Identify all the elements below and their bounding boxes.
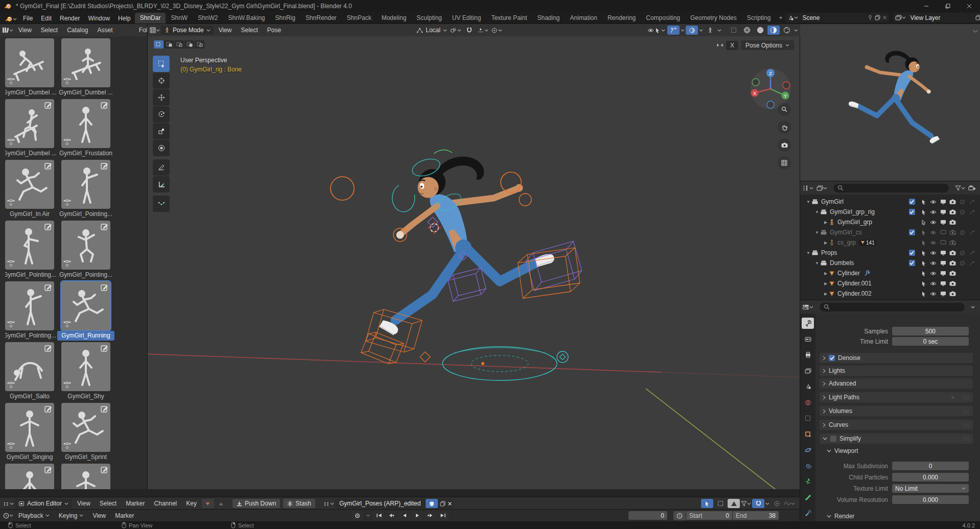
viewport-menu-pose[interactable]: Pose: [263, 27, 285, 34]
property-value-field[interactable]: No Limit: [892, 484, 969, 493]
edit-pose-icon[interactable]: [101, 162, 108, 170]
overlays-dropdown[interactable]: [699, 29, 703, 32]
asset-thumbnail[interactable]: [61, 160, 110, 209]
zoom-icon[interactable]: [778, 103, 791, 116]
action-editor-mode-dropdown[interactable]: Action Editor: [15, 499, 72, 508]
disclosure-open-icon[interactable]: ▼: [805, 251, 811, 255]
asset-item[interactable]: GymGirl_Dumbel ...: [5, 99, 54, 160]
panel-grip[interactable]: ::::: [963, 422, 970, 427]
select-mode-intersect[interactable]: [195, 40, 204, 49]
outliner-row[interactable]: ▶Cylinder: [800, 268, 980, 278]
outliner-row[interactable]: ▶Cylinder.002: [800, 288, 980, 299]
edit-pose-icon[interactable]: [44, 466, 52, 473]
asset-item[interactable]: GymGirl_Pointing...: [61, 221, 110, 281]
toggle-camera-icon[interactable]: [948, 291, 958, 296]
shading-wireframe[interactable]: [741, 26, 753, 35]
toggle-select-icon[interactable]: [919, 281, 928, 286]
properties-tab-view-layer[interactable]: [802, 365, 814, 376]
timeline-menu-marker[interactable]: Marker: [111, 512, 138, 519]
shading-rendered[interactable]: [781, 26, 793, 35]
toggle-select-outline-icon[interactable]: [919, 220, 928, 225]
collection-checkbox[interactable]: [907, 199, 917, 205]
panel-denoise[interactable]: Denoise: [820, 353, 973, 363]
outliner-row[interactable]: ▶cs_grp141: [800, 237, 980, 248]
tool-rotate[interactable]: [153, 106, 170, 123]
disclosure-closed-icon[interactable]: ▶: [823, 281, 829, 286]
toggle-camera-icon[interactable]: [948, 199, 958, 204]
xray-toggle[interactable]: [704, 26, 716, 35]
toggle-monitor-off-icon[interactable]: [938, 230, 948, 235]
asset-item[interactable]: GymGirl_Dumbel ...: [61, 38, 110, 99]
maximize-button[interactable]: [937, 0, 959, 12]
asset-thumbnail[interactable]: [5, 281, 54, 330]
import-method-dropdown[interactable]: Foll: [135, 27, 148, 34]
properties-options-dropdown[interactable]: [971, 306, 975, 308]
outliner-row[interactable]: ▼GymGirl: [800, 197, 980, 207]
snap-dropdown[interactable]: [752, 499, 764, 508]
toggle-camera-icon[interactable]: [948, 281, 958, 286]
toggle-camera-icon[interactable]: [948, 250, 958, 255]
property-value-field[interactable]: 0: [892, 462, 969, 470]
asset-thumbnail[interactable]: [61, 221, 110, 270]
toggle-eye-icon[interactable]: [928, 220, 938, 225]
toggle-indirect-icon[interactable]: [967, 209, 977, 215]
toggle-indirect-icon[interactable]: [967, 260, 977, 266]
pin-icon[interactable]: [868, 15, 873, 20]
panel-lights[interactable]: Lights: [820, 366, 973, 376]
disclosure-closed-icon[interactable]: ▶: [823, 271, 829, 276]
properties-tab-constraints[interactable]: [802, 460, 814, 471]
asset-thumbnail[interactable]: [61, 38, 110, 87]
outliner-row[interactable]: ▶GymGirl_grp: [800, 217, 980, 227]
timeline-editor-icon[interactable]: [3, 513, 13, 519]
outliner-row[interactable]: ▼Dumbels: [800, 258, 980, 268]
disclosure-open-icon[interactable]: ▼: [814, 210, 820, 214]
camera-view-icon[interactable]: [778, 138, 791, 152]
toggle-select-icon[interactable]: [919, 199, 928, 205]
viewport-canvas[interactable]: ZXY User Perspective (0) GymGirl_rig : B…: [148, 36, 800, 489]
toggle-camera-icon[interactable]: [948, 209, 958, 214]
push-down-button[interactable]: Push Down: [232, 499, 280, 508]
properties-tab-object-data[interactable]: [802, 476, 814, 487]
toggle-select-dim-icon[interactable]: [919, 230, 928, 235]
asset-item[interactable]: GymGirl_Pointing...: [61, 160, 110, 221]
asset-menu-view[interactable]: View: [14, 27, 36, 34]
toggle-monitor-icon[interactable]: [938, 220, 948, 225]
workspace-tab-shnrig[interactable]: ShnRig: [270, 13, 300, 23]
viewport-menu-select[interactable]: Select: [237, 27, 262, 34]
dopesheet-menu-select[interactable]: Select: [96, 500, 121, 507]
use-preview-range-button[interactable]: [673, 511, 686, 520]
toggle-monitor-icon[interactable]: [938, 271, 948, 276]
outliner-display-mode-dropdown[interactable]: [802, 185, 813, 191]
toggle-camera-icon[interactable]: [948, 220, 958, 225]
viewport-3d[interactable]: Pose ModeViewSelectPoseLocal ZXY User Pe…: [148, 24, 800, 489]
dopesheet-menu-marker[interactable]: Marker: [122, 500, 149, 507]
properties-tab-scene[interactable]: [802, 381, 814, 392]
asset-item[interactable]: [61, 464, 110, 489]
next-keyframe-button[interactable]: [424, 511, 436, 520]
workspace-tab-shnw[interactable]: ShnW: [166, 13, 193, 23]
asset-thumbnail[interactable]: [5, 38, 54, 87]
collection-checkbox[interactable]: [907, 229, 917, 235]
disclosure-closed-icon[interactable]: ▶: [823, 220, 829, 225]
outliner-filter-id-dropdown[interactable]: [816, 185, 827, 191]
workspace-tab-shnw-baking[interactable]: ShnW.Baking: [223, 13, 270, 23]
shading-dropdown[interactable]: [794, 29, 798, 32]
tool-annotate[interactable]: [153, 159, 170, 176]
toggle-select-icon[interactable]: [919, 291, 928, 297]
xray-dropdown[interactable]: [717, 29, 721, 32]
dopesheet-menu-view[interactable]: View: [73, 500, 95, 507]
workspace-tab-texture-paint[interactable]: Texture Paint: [486, 13, 532, 23]
asset-item[interactable]: GymGirl_Sprint: [61, 403, 110, 464]
timeline-menu-keying[interactable]: Keying: [55, 512, 88, 519]
tool-cursor[interactable]: [153, 73, 170, 89]
toggle-indirect-icon[interactable]: [967, 250, 977, 256]
properties-tab-tool[interactable]: [802, 318, 814, 329]
workspace-tab-compositing[interactable]: Compositing: [641, 13, 685, 23]
editor-type-3d-viewport-icon[interactable]: [150, 27, 160, 33]
properties-tab-output[interactable]: [802, 349, 814, 360]
collection-checkbox[interactable]: [907, 260, 917, 266]
topbar-menu-window[interactable]: Window: [84, 15, 114, 22]
toggle-eye-dim-icon[interactable]: [928, 230, 938, 235]
tool-measure[interactable]: [153, 176, 170, 193]
properties-search-input[interactable]: [820, 303, 965, 311]
